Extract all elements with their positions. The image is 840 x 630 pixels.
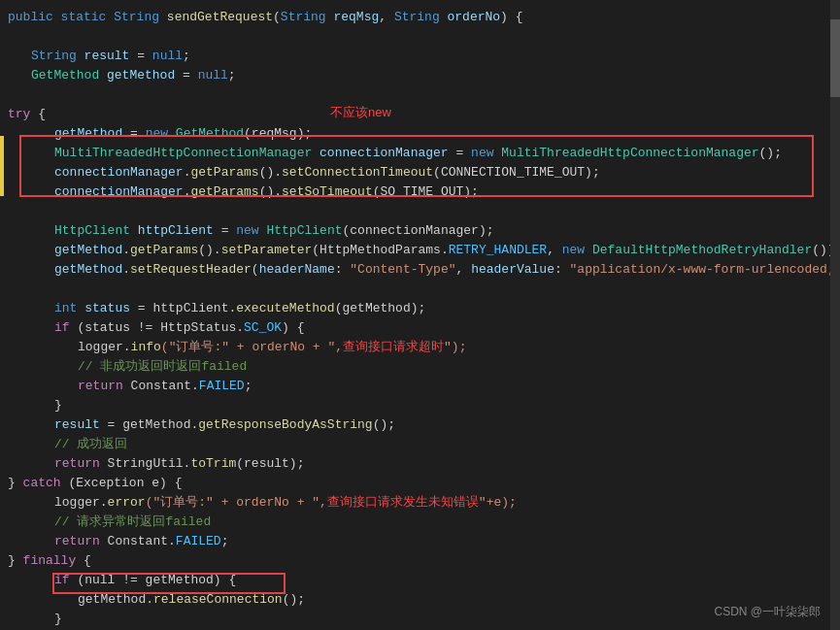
- code-line: getMethod.setRequestHeader(headerName: "…: [0, 260, 840, 280]
- token: ) {: [282, 320, 304, 335]
- token: httpClient: [138, 223, 214, 238]
- token: connectionManager: [54, 165, 184, 180]
- token: null: [198, 68, 228, 83]
- token: new: [471, 146, 501, 160]
- code-line: connectionManager.getParams().setSoTimeo…: [0, 182, 840, 202]
- code-container: public static String sendGetRequest(Stri…: [0, 0, 840, 630]
- token: try: [8, 107, 30, 121]
- token: info: [131, 340, 161, 354]
- code-line: return StringUtil.toTrim(result);: [0, 454, 840, 474]
- token: headerName: [259, 262, 335, 277]
- token: =: [175, 68, 197, 83]
- code-line: [0, 280, 840, 299]
- token: "application/x-www-form-urlencoded;chars…: [570, 262, 840, 277]
- token: Constant.: [108, 534, 176, 548]
- code-line: logger.error("订单号:" + orderNo + ",查询接口请求…: [0, 493, 840, 513]
- token: (null != getMethod) {: [70, 573, 237, 587]
- token: // 成功返回: [54, 437, 127, 451]
- code-line: if (null != getMethod) {: [0, 571, 840, 590]
- token: StringUtil.: [108, 456, 191, 471]
- token: ) {: [500, 10, 522, 24]
- token: 查询接口请求发生未知错误: [327, 495, 479, 510]
- token: .: [122, 262, 130, 277]
- token: }: [54, 612, 62, 626]
- token: ("订单号:" + orderNo + ",: [161, 340, 343, 354]
- token: null: [152, 49, 183, 63]
- token: =: [122, 126, 145, 141]
- code-line: public static String sendGetRequest(Stri…: [0, 8, 840, 27]
- scrollbar[interactable]: [830, 0, 840, 630]
- token: }: [8, 476, 23, 490]
- token: getMethod.: [78, 592, 153, 607]
- token: static: [61, 10, 115, 24]
- code-line: if (status != HttpStatus.SC_OK) {: [0, 318, 840, 338]
- token: // 请求异常时返回failed: [54, 514, 211, 529]
- code-line: [0, 85, 840, 105]
- token: headerValue: [471, 262, 554, 277]
- token: setRequestHeader: [130, 262, 252, 277]
- token: = httpClient.: [130, 301, 236, 315]
- token: if: [54, 573, 70, 587]
- token: connectionManager: [319, 146, 449, 160]
- token: return: [78, 379, 131, 393]
- token: // 非成功返回时返回failed: [78, 359, 247, 374]
- token: reqMsg: [333, 10, 379, 24]
- code-line: // 请求异常时返回failed: [0, 513, 840, 532]
- token: getMethod: [54, 243, 122, 257]
- token: ,: [379, 10, 394, 24]
- token: FAILED: [199, 379, 245, 393]
- token: releaseConnection: [153, 592, 283, 607]
- code-line: MultiThreadedHttpConnectionManager conne…: [0, 144, 840, 163]
- token: executeMethod: [236, 301, 334, 315]
- token: getMethod: [107, 68, 175, 83]
- token: (HttpMethodParams.: [312, 243, 448, 257]
- token: =: [129, 49, 151, 63]
- code-line: try {: [0, 105, 840, 124]
- code-line: }: [0, 396, 840, 415]
- token: result: [84, 49, 130, 63]
- token: (getMethod);: [335, 301, 426, 315]
- token: "+e);: [479, 495, 517, 510]
- token: status: [84, 301, 130, 315]
- token: (: [252, 262, 259, 277]
- token: {: [30, 107, 46, 121]
- token: ().: [259, 184, 282, 199]
- token: {: [76, 553, 91, 568]
- code-line: result = getMethod.getResponseBodyAsStri…: [0, 415, 840, 435]
- token: ;: [221, 534, 229, 548]
- token: setSoTimeout: [282, 184, 373, 199]
- token: finally: [23, 553, 77, 568]
- token: ");: [444, 340, 466, 354]
- token: new: [146, 126, 176, 141]
- token: =: [214, 223, 236, 238]
- token: getMethod: [54, 262, 122, 277]
- token: getResponseBodyAsString: [198, 417, 372, 432]
- token: ().: [198, 243, 220, 257]
- token: (connectionManager);: [342, 223, 493, 238]
- token: orderNo: [448, 10, 501, 24]
- token: }: [54, 398, 62, 413]
- token: ,: [547, 243, 562, 257]
- token: GetMethod: [176, 126, 244, 141]
- token: 查询接口请求超时: [343, 340, 444, 354]
- code-line: GetMethod getMethod = null;: [0, 66, 840, 85]
- token: String: [394, 10, 448, 24]
- token: FAILED: [176, 534, 221, 548]
- token: result: [54, 417, 100, 432]
- token: MultiThreadedHttpConnectionManager: [54, 146, 319, 160]
- token: (result);: [236, 456, 304, 471]
- token: connectionManager: [54, 184, 184, 199]
- token: ;: [245, 379, 252, 393]
- token: ;: [183, 49, 190, 63]
- code-line: int status = httpClient.executeMethod(ge…: [0, 299, 840, 318]
- scrollbar-thumb[interactable]: [830, 19, 840, 97]
- code-line: return Constant.FAILED;: [0, 377, 840, 396]
- token: (: [273, 10, 281, 24]
- token: GetMethod: [31, 68, 107, 83]
- token: String: [281, 10, 334, 24]
- token: (reqMsg);: [244, 126, 312, 141]
- token: HttpClient: [54, 223, 138, 238]
- token: int: [54, 301, 84, 315]
- code-line: // 非成功返回时返回failed: [0, 357, 840, 377]
- token: sendGetRequest: [167, 10, 273, 24]
